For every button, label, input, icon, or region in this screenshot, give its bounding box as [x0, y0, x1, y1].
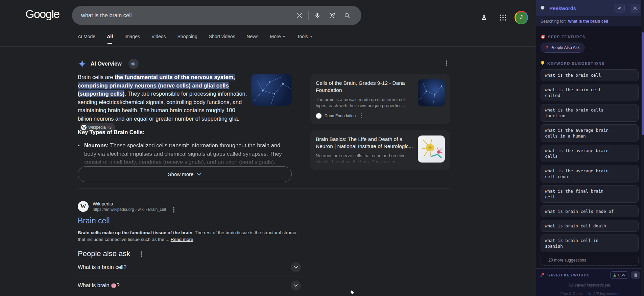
tab-more[interactable]: More — [270, 34, 286, 44]
result-snippet: Brain cells make up the functional tissu… — [78, 229, 301, 243]
gear-icon — [618, 6, 622, 10]
account-avatar[interactable]: J — [515, 11, 528, 24]
panel-footer-note: Free & Open — No API key needed — [540, 292, 640, 296]
glial-cells-link[interactable]: glial cells — [204, 82, 229, 89]
searching-label: Searching for: — [541, 19, 566, 24]
panel-title: Peekwords — [549, 5, 610, 11]
suggestion-item[interactable]: what is the final brain cell — [541, 185, 639, 203]
card-thumbnail[interactable] — [418, 135, 445, 163]
saved-keywords-heading: SAVED KEYWORDS — [547, 273, 607, 277]
google-lens-icon — [329, 12, 336, 19]
apps-grid-icon — [500, 14, 506, 21]
expand-question-button[interactable] — [291, 262, 301, 272]
ai-overview-menu-button[interactable] — [444, 60, 450, 66]
tab-short-videos[interactable]: Short videos — [209, 34, 235, 44]
wikipedia-favicon: W — [78, 201, 89, 212]
microphone-icon — [314, 12, 321, 19]
tabs-divider — [0, 46, 536, 47]
people-also-ask-section: People also ask What is a brain cell? Wh… — [78, 249, 301, 295]
panel-settings-button[interactable] — [615, 4, 625, 13]
google-logo[interactable]: Google — [25, 7, 59, 21]
close-icon — [633, 6, 637, 10]
pushpin-icon — [540, 273, 545, 277]
suggestion-item[interactable]: what is brain cells made of — [541, 205, 639, 217]
searching-for-row: Searching for: what is the brain cell — [536, 16, 644, 26]
search-submit-button[interactable] — [340, 8, 355, 23]
scrollbar-thumb[interactable] — [642, 32, 644, 135]
lens-search-button[interactable] — [325, 8, 340, 23]
result-menu-button[interactable] — [171, 207, 175, 212]
ai-sparkle-icon — [78, 59, 87, 68]
tab-images[interactable]: Images — [124, 34, 140, 44]
result-source-header[interactable]: W Wikipedia https://en.wikipedia.org › w… — [78, 201, 314, 212]
labs-button[interactable] — [477, 10, 492, 25]
suggestion-item[interactable]: what is the average brain cell count — [541, 165, 639, 182]
result-tabs: AI Mode All Images Videos Shopping Short… — [78, 34, 313, 44]
clear-saved-button[interactable] — [631, 271, 640, 279]
suggestion-item[interactable]: what is the brain cell — [541, 69, 639, 81]
paa-menu-button[interactable] — [138, 251, 143, 256]
close-icon — [296, 13, 303, 19]
serp-features-heading: SERP FEATURES — [541, 34, 639, 39]
question-mark-icon: ? — [546, 45, 548, 50]
search-bar[interactable]: what is the brain cell — [72, 6, 361, 25]
chevron-down-icon — [310, 36, 313, 38]
empty-saved-message: No saved keywords yet. — [540, 283, 640, 288]
more-suggestions-button[interactable]: + 20 more suggestions — [541, 255, 639, 266]
dana-favicon — [316, 113, 322, 119]
suggestion-item[interactable]: what is brain cell in spanish — [541, 235, 639, 252]
card-thumbnail[interactable] — [418, 79, 445, 106]
section-divider — [78, 189, 450, 189]
suggestion-item[interactable]: what is the average brain cells — [541, 145, 639, 162]
saved-keywords-bar: SAVED KEYWORDS CSV No saved keywords yet… — [536, 268, 644, 296]
panel-close-button[interactable] — [630, 4, 640, 13]
peekwords-panel: Peekwords Searching for: what is the bra… — [536, 0, 644, 296]
suggestion-list: what is the brain cell what is the brain… — [541, 69, 639, 252]
paa-question-2[interactable]: What is brain ? — [78, 276, 301, 295]
neurons-link[interactable]: neurons — [135, 82, 157, 89]
suggestion-item[interactable]: what is the brain cells function — [541, 104, 639, 122]
card-description: Neurons are nerve cells that send and re… — [316, 153, 413, 165]
show-more-button[interactable]: Show more — [78, 166, 292, 182]
suggestion-item[interactable]: what is brain cell death — [541, 220, 639, 232]
serp-feature-chip-paa[interactable]: ? People Also Ask — [541, 43, 585, 53]
search-icon — [344, 12, 351, 19]
suggestion-item[interactable]: what is the average brain cells in a hum… — [541, 124, 639, 142]
bullet-dot — [78, 145, 79, 146]
listen-button[interactable] — [128, 59, 139, 69]
suggestion-item[interactable]: what is the brain cell called — [541, 84, 639, 101]
voice-search-button[interactable] — [310, 8, 325, 23]
brain-emoji — [111, 283, 117, 288]
card-source: Dana Foundation — [325, 114, 356, 118]
google-apps-button[interactable] — [496, 10, 510, 25]
trash-icon — [634, 273, 638, 277]
panel-scrollbar[interactable] — [641, 0, 644, 296]
read-more-link[interactable]: Read more — [171, 237, 193, 242]
tab-shopping[interactable]: Shopping — [177, 34, 197, 44]
tab-tools[interactable]: Tools — [297, 34, 313, 44]
organic-result-wikipedia: W Wikipedia https://en.wikipedia.org › w… — [78, 201, 314, 243]
card-title[interactable]: Cells of the Brain, Grades 9-12 - Dana F… — [316, 79, 413, 94]
card-menu-button[interactable] — [358, 113, 364, 119]
ai-overview-text: Brain cells are the fundamental units of… — [78, 73, 248, 132]
tab-ai-mode[interactable]: AI Mode — [78, 34, 95, 44]
source-card-ninds[interactable]: Brain Basics: The Life and Death of a Ne… — [310, 130, 450, 170]
ai-overview-thumbnail[interactable] — [251, 74, 292, 106]
tab-news[interactable]: News — [247, 34, 259, 44]
result-title-link[interactable]: Brain cell — [78, 216, 314, 225]
ai-overview-bullet: Neurons: These specialized cells transmi… — [78, 141, 287, 166]
ai-overview-title: AI Overview — [91, 61, 122, 67]
mouse-cursor — [350, 289, 356, 296]
source-card-dana[interactable]: Cells of the Brain, Grades 9-12 - Dana F… — [310, 74, 450, 124]
clear-search-button[interactable] — [292, 8, 307, 23]
tab-all[interactable]: All — [107, 34, 113, 44]
paa-question-1[interactable]: What is a brain cell? — [78, 258, 301, 276]
panel-body: SERP FEATURES ? People Also Ask KEYWORD … — [536, 26, 644, 289]
expand-question-button[interactable] — [291, 280, 301, 291]
card-title[interactable]: Brain Basics: The Life and Death of a Ne… — [316, 135, 413, 150]
export-csv-button[interactable]: CSV — [610, 271, 628, 279]
google-results-page: Google what is the brain cell — [0, 0, 536, 296]
search-input[interactable]: what is the brain cell — [72, 12, 292, 19]
tab-videos[interactable]: Videos — [151, 34, 166, 44]
searchbar-divider — [308, 11, 309, 20]
